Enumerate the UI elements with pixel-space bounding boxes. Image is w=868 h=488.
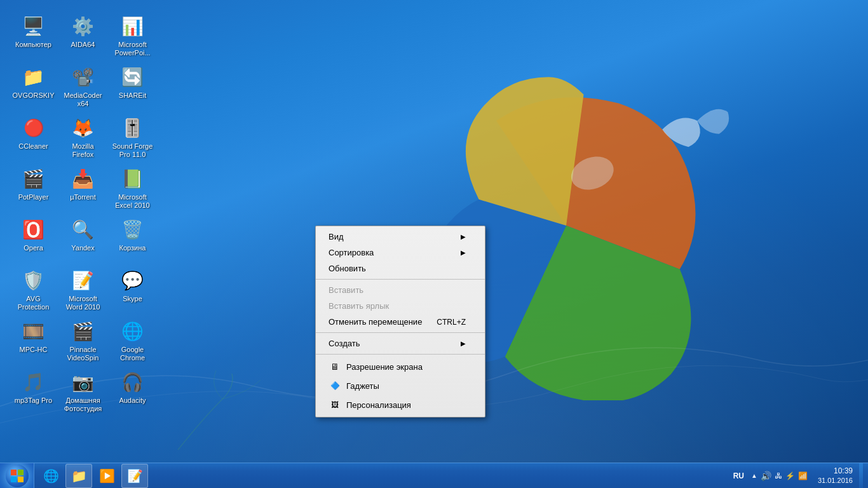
desktop-icon-excel2010[interactable]: 📗 Microsoft Excel 2010 (109, 162, 156, 214)
ccleaner-label: CCleaner (18, 142, 48, 151)
opera-label: Opera (24, 244, 43, 252)
desktop-icon-mp3tag[interactable]: 🎵 mp3Tag Pro (10, 365, 57, 409)
ctx-personalization[interactable]: 🖼 Персонализация (316, 395, 485, 414)
ctx-otmenit-shortcut: CTRL+Z (437, 318, 466, 327)
word2010-icon: 📝 (71, 268, 96, 293)
ctx-razreshenie[interactable]: 🖥 Разрешение экрана (316, 357, 485, 376)
pinnacle-icon: 🎬 (71, 318, 96, 344)
tray-signal-icon[interactable]: 📶 (798, 471, 808, 480)
desktop-icon-area: 🖥️ Компьютер 📁 OVGORSKIY 🔴 CCleaner 🎬 Po… (6, 6, 159, 464)
ctx-separator-1 (316, 279, 485, 280)
taskbar: 🌐 📁 ▶️ 📝 RU ▲ 🔊 🖧 ⚡ 📶 (0, 463, 868, 488)
desktop-icon-ccleaner[interactable]: 🔴 CCleaner (10, 111, 57, 154)
desktop-icon-soundforge[interactable]: 🎚️ Sound Forge Pro 11.0 (109, 111, 156, 163)
desktop-icon-chrome[interactable]: 🌐 Google Chrome (109, 315, 156, 366)
tray-icons-group: ▲ 🔊 🖧 ⚡ 📶 (751, 471, 808, 481)
desktop-icon-mpchc[interactable]: 🎞️ MPC-HC (10, 315, 57, 358)
system-tray: RU ▲ 🔊 🖧 ⚡ 📶 10:39 31.01.2016 (731, 463, 868, 489)
desktop-icon-opera[interactable]: 🅾️ Opera (10, 213, 57, 256)
aida64-label: AIDA64 (71, 41, 95, 49)
pinnacle-label: Pinnacle VideoSpin (62, 346, 104, 362)
desktop-icon-yandex[interactable]: 🔍 Yandex (59, 213, 107, 256)
ctx-vstavit-label: Вставить (329, 285, 363, 295)
svg-rect-1 (11, 470, 17, 475)
ctx-sortirovka[interactable]: Сортировка ▶ (316, 245, 485, 261)
desktop-icon-computer[interactable]: 🖥️ Компьютер (10, 10, 57, 53)
ctx-sortirovka-arrow: ▶ (461, 249, 466, 256)
svg-rect-4 (18, 477, 24, 482)
desktop-icon-avg[interactable]: 🛡️ AVG Protection (10, 264, 57, 315)
clock-date: 31.01.2016 (818, 476, 853, 485)
ctx-sozdat[interactable]: Создать ▶ (316, 336, 485, 351)
firefox-label: Mozilla Firefox (62, 142, 104, 159)
ctx-gadgets-icon: 🔷 (329, 379, 341, 392)
ctx-sozdat-arrow: ▶ (461, 340, 466, 347)
taskbar-ie-icon: 🌐 (43, 468, 59, 484)
shareit-icon: 🔄 (120, 64, 146, 90)
ctx-vstavit-yarlyk[interactable]: Вставить ярлык (316, 298, 485, 314)
clock[interactable]: 10:39 31.01.2016 (814, 466, 857, 485)
taskbar-media[interactable]: ▶️ (93, 464, 120, 488)
svg-rect-2 (18, 470, 24, 475)
context-menu: Вид ▶ Сортировка ▶ Обновить Вставить Вст… (315, 226, 485, 417)
ctx-gadgets[interactable]: 🔷 Гаджеты (316, 376, 485, 395)
ccleaner-icon: 🔴 (21, 115, 46, 140)
ctx-obnovit-label: Обновить (329, 264, 366, 273)
desktop-icon-ovgorskiy[interactable]: 📁 OVGORSKIY (10, 60, 57, 104)
desktop-icon-mediacoder[interactable]: 📽️ MediaCoder x64 (59, 60, 107, 112)
desktop-icon-korzina[interactable]: 🗑️ Корзина (109, 213, 156, 256)
desktop-icon-word2010[interactable]: 📝 Microsoft Word 2010 (59, 264, 107, 315)
excel2010-label: Microsoft Excel 2010 (111, 193, 154, 210)
tray-network-icon[interactable]: 🖧 (775, 471, 782, 480)
taskbar-explorer[interactable]: 📁 (65, 464, 92, 488)
ctx-otmenit[interactable]: Отменить перемещение CTRL+Z (316, 314, 485, 330)
shareit-label: SHAREit (119, 92, 146, 100)
fotostudio-label: Домашняя Фотостудия (62, 396, 104, 413)
mp3tag-icon: 🎵 (21, 369, 46, 395)
show-desktop-button[interactable] (859, 463, 863, 489)
desktop-icon-powerpoint[interactable]: 📊 Microsoft PowerPoi... (109, 10, 156, 61)
ctx-separator-3 (316, 354, 485, 355)
taskbar-ie[interactable]: 🌐 (37, 464, 64, 488)
desktop-icon-potplayer[interactable]: 🎬 PotPlayer (10, 162, 57, 205)
chrome-icon: 🌐 (120, 318, 146, 344)
clock-time: 10:39 (818, 466, 853, 477)
soundforge-icon: 🎚️ (120, 115, 146, 140)
desktop-icon-shareit[interactable]: 🔄 SHAREit (109, 60, 156, 104)
ctx-vid[interactable]: Вид ▶ (316, 229, 485, 245)
desktop-icon-pinnacle[interactable]: 🎬 Pinnacle VideoSpin (59, 315, 107, 366)
skype-icon: 💬 (120, 268, 146, 293)
windows-start-icon (10, 469, 24, 483)
tray-lang[interactable]: RU (731, 471, 749, 480)
word2010-label: Microsoft Word 2010 (62, 295, 104, 311)
svg-rect-3 (11, 477, 17, 482)
taskbar-word[interactable]: 📝 (121, 464, 148, 488)
desktop-icon-skype[interactable]: 💬 Skype (109, 264, 156, 307)
tray-power-icon[interactable]: ⚡ (785, 471, 795, 480)
desktop-icon-fotostudio[interactable]: 📷 Домашняя Фотостудия (59, 365, 107, 417)
ctx-obnovit[interactable]: Обновить (316, 261, 485, 276)
taskbar-explorer-icon: 📁 (71, 468, 87, 484)
powerpoint-label: Microsoft PowerPoi... (111, 41, 154, 57)
desktop-icon-firefox[interactable]: 🦊 Mozilla Firefox (59, 111, 107, 163)
desktop-icon-audacity[interactable]: 🎧 Audacity (109, 365, 156, 409)
avg-label: AVG Protection (12, 295, 55, 311)
ovgorskiy-icon: 📁 (21, 64, 46, 90)
audacity-icon: 🎧 (120, 369, 146, 395)
skype-label: Skype (123, 295, 142, 303)
ctx-personalization-icon: 🖼 (329, 398, 341, 411)
tray-volume-icon[interactable]: 🔊 (761, 471, 771, 481)
desktop-icon-utorrent[interactable]: 📥 µTorrent (59, 162, 107, 205)
taskbar-word-icon: 📝 (127, 468, 143, 484)
start-button[interactable] (0, 463, 34, 489)
start-orb (6, 464, 29, 487)
korzina-label: Корзина (119, 244, 146, 252)
audacity-label: Audacity (119, 396, 146, 405)
taskbar-pinned-area: 🌐 📁 ▶️ 📝 (37, 463, 149, 489)
ctx-razreshenie-icon: 🖥 (329, 360, 341, 373)
desktop-icon-aida64[interactable]: ⚙️ AIDA64 (59, 10, 107, 53)
ctx-otmenit-label: Отменить перемещение (329, 317, 422, 327)
tray-expand-icon[interactable]: ▲ (751, 472, 757, 479)
ctx-vstavit[interactable]: Вставить (316, 282, 485, 298)
fotostudio-icon: 📷 (71, 369, 96, 395)
